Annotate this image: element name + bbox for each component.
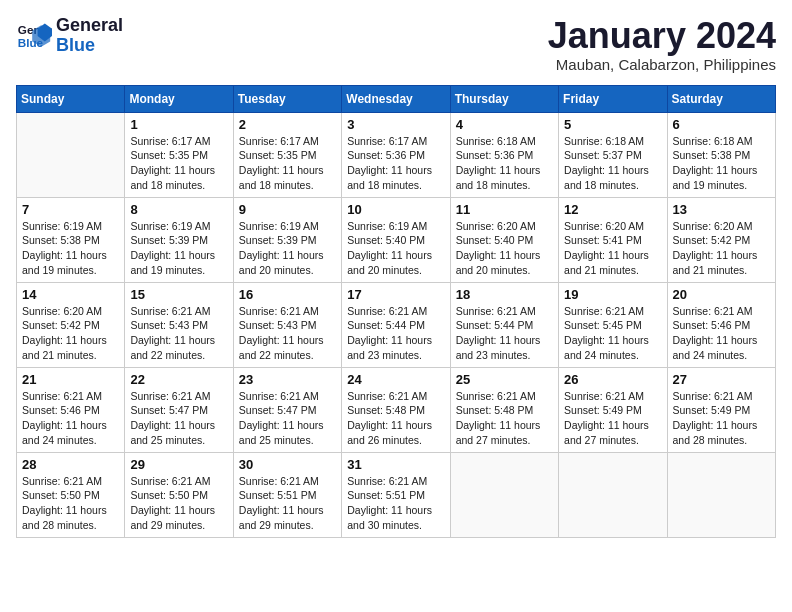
week-row-2: 7Sunrise: 6:19 AMSunset: 5:38 PMDaylight… [17,197,776,282]
day-info: Sunrise: 6:18 AMSunset: 5:37 PMDaylight:… [564,134,661,193]
calendar-cell [450,452,558,537]
calendar-cell: 27Sunrise: 6:21 AMSunset: 5:49 PMDayligh… [667,367,775,452]
day-number: 30 [239,457,336,472]
page-header: General Blue General Blue January 2024 M… [16,16,776,73]
calendar-cell: 3Sunrise: 6:17 AMSunset: 5:36 PMDaylight… [342,112,450,197]
day-info: Sunrise: 6:21 AMSunset: 5:44 PMDaylight:… [456,304,553,363]
week-row-5: 28Sunrise: 6:21 AMSunset: 5:50 PMDayligh… [17,452,776,537]
calendar-cell: 9Sunrise: 6:19 AMSunset: 5:39 PMDaylight… [233,197,341,282]
calendar-cell: 28Sunrise: 6:21 AMSunset: 5:50 PMDayligh… [17,452,125,537]
day-info: Sunrise: 6:21 AMSunset: 5:49 PMDaylight:… [673,389,770,448]
calendar-cell: 14Sunrise: 6:20 AMSunset: 5:42 PMDayligh… [17,282,125,367]
calendar-cell: 1Sunrise: 6:17 AMSunset: 5:35 PMDaylight… [125,112,233,197]
day-info: Sunrise: 6:21 AMSunset: 5:49 PMDaylight:… [564,389,661,448]
day-number: 14 [22,287,119,302]
calendar-cell [667,452,775,537]
calendar-cell: 22Sunrise: 6:21 AMSunset: 5:47 PMDayligh… [125,367,233,452]
calendar-cell: 10Sunrise: 6:19 AMSunset: 5:40 PMDayligh… [342,197,450,282]
title-section: January 2024 Mauban, Calabarzon, Philipp… [548,16,776,73]
day-number: 3 [347,117,444,132]
day-info: Sunrise: 6:21 AMSunset: 5:46 PMDaylight:… [22,389,119,448]
week-row-4: 21Sunrise: 6:21 AMSunset: 5:46 PMDayligh… [17,367,776,452]
day-number: 31 [347,457,444,472]
day-number: 6 [673,117,770,132]
day-number: 1 [130,117,227,132]
day-number: 17 [347,287,444,302]
day-info: Sunrise: 6:18 AMSunset: 5:36 PMDaylight:… [456,134,553,193]
day-info: Sunrise: 6:19 AMSunset: 5:39 PMDaylight:… [130,219,227,278]
calendar-cell: 25Sunrise: 6:21 AMSunset: 5:48 PMDayligh… [450,367,558,452]
day-number: 27 [673,372,770,387]
day-header-tuesday: Tuesday [233,85,341,112]
calendar-cell: 31Sunrise: 6:21 AMSunset: 5:51 PMDayligh… [342,452,450,537]
calendar-table: SundayMondayTuesdayWednesdayThursdayFrid… [16,85,776,538]
logo: General Blue General Blue [16,16,123,56]
day-info: Sunrise: 6:21 AMSunset: 5:45 PMDaylight:… [564,304,661,363]
day-info: Sunrise: 6:20 AMSunset: 5:42 PMDaylight:… [22,304,119,363]
day-info: Sunrise: 6:20 AMSunset: 5:40 PMDaylight:… [456,219,553,278]
day-number: 10 [347,202,444,217]
day-info: Sunrise: 6:21 AMSunset: 5:43 PMDaylight:… [130,304,227,363]
calendar-cell: 4Sunrise: 6:18 AMSunset: 5:36 PMDaylight… [450,112,558,197]
day-info: Sunrise: 6:21 AMSunset: 5:48 PMDaylight:… [456,389,553,448]
day-header-saturday: Saturday [667,85,775,112]
day-number: 21 [22,372,119,387]
logo-text-general: General [56,16,123,36]
day-info: Sunrise: 6:21 AMSunset: 5:46 PMDaylight:… [673,304,770,363]
calendar-cell: 26Sunrise: 6:21 AMSunset: 5:49 PMDayligh… [559,367,667,452]
main-title: January 2024 [548,16,776,56]
day-info: Sunrise: 6:21 AMSunset: 5:44 PMDaylight:… [347,304,444,363]
day-number: 24 [347,372,444,387]
calendar-cell: 18Sunrise: 6:21 AMSunset: 5:44 PMDayligh… [450,282,558,367]
day-header-sunday: Sunday [17,85,125,112]
calendar-cell: 13Sunrise: 6:20 AMSunset: 5:42 PMDayligh… [667,197,775,282]
calendar-cell: 17Sunrise: 6:21 AMSunset: 5:44 PMDayligh… [342,282,450,367]
calendar-cell: 21Sunrise: 6:21 AMSunset: 5:46 PMDayligh… [17,367,125,452]
day-info: Sunrise: 6:20 AMSunset: 5:41 PMDaylight:… [564,219,661,278]
day-info: Sunrise: 6:21 AMSunset: 5:51 PMDaylight:… [239,474,336,533]
day-number: 29 [130,457,227,472]
calendar-cell: 23Sunrise: 6:21 AMSunset: 5:47 PMDayligh… [233,367,341,452]
calendar-cell: 11Sunrise: 6:20 AMSunset: 5:40 PMDayligh… [450,197,558,282]
calendar-header-row: SundayMondayTuesdayWednesdayThursdayFrid… [17,85,776,112]
day-info: Sunrise: 6:21 AMSunset: 5:50 PMDaylight:… [130,474,227,533]
calendar-cell: 7Sunrise: 6:19 AMSunset: 5:38 PMDaylight… [17,197,125,282]
day-number: 5 [564,117,661,132]
logo-icon: General Blue [16,18,52,54]
calendar-cell: 29Sunrise: 6:21 AMSunset: 5:50 PMDayligh… [125,452,233,537]
calendar-cell: 5Sunrise: 6:18 AMSunset: 5:37 PMDaylight… [559,112,667,197]
calendar-cell: 20Sunrise: 6:21 AMSunset: 5:46 PMDayligh… [667,282,775,367]
day-info: Sunrise: 6:21 AMSunset: 5:48 PMDaylight:… [347,389,444,448]
calendar-cell: 24Sunrise: 6:21 AMSunset: 5:48 PMDayligh… [342,367,450,452]
day-info: Sunrise: 6:19 AMSunset: 5:40 PMDaylight:… [347,219,444,278]
day-number: 2 [239,117,336,132]
calendar-cell [559,452,667,537]
day-info: Sunrise: 6:19 AMSunset: 5:38 PMDaylight:… [22,219,119,278]
day-number: 4 [456,117,553,132]
day-number: 11 [456,202,553,217]
day-number: 23 [239,372,336,387]
calendar-cell: 16Sunrise: 6:21 AMSunset: 5:43 PMDayligh… [233,282,341,367]
calendar-cell: 6Sunrise: 6:18 AMSunset: 5:38 PMDaylight… [667,112,775,197]
day-number: 28 [22,457,119,472]
day-info: Sunrise: 6:19 AMSunset: 5:39 PMDaylight:… [239,219,336,278]
day-info: Sunrise: 6:17 AMSunset: 5:35 PMDaylight:… [239,134,336,193]
day-info: Sunrise: 6:20 AMSunset: 5:42 PMDaylight:… [673,219,770,278]
day-info: Sunrise: 6:21 AMSunset: 5:50 PMDaylight:… [22,474,119,533]
calendar-cell: 30Sunrise: 6:21 AMSunset: 5:51 PMDayligh… [233,452,341,537]
day-info: Sunrise: 6:21 AMSunset: 5:47 PMDaylight:… [130,389,227,448]
day-number: 25 [456,372,553,387]
week-row-1: 1Sunrise: 6:17 AMSunset: 5:35 PMDaylight… [17,112,776,197]
day-number: 9 [239,202,336,217]
calendar-cell [17,112,125,197]
calendar-cell: 12Sunrise: 6:20 AMSunset: 5:41 PMDayligh… [559,197,667,282]
subtitle: Mauban, Calabarzon, Philippines [548,56,776,73]
day-number: 22 [130,372,227,387]
day-number: 26 [564,372,661,387]
day-info: Sunrise: 6:18 AMSunset: 5:38 PMDaylight:… [673,134,770,193]
calendar-cell: 19Sunrise: 6:21 AMSunset: 5:45 PMDayligh… [559,282,667,367]
logo-text-blue: Blue [56,36,123,56]
week-row-3: 14Sunrise: 6:20 AMSunset: 5:42 PMDayligh… [17,282,776,367]
day-info: Sunrise: 6:21 AMSunset: 5:47 PMDaylight:… [239,389,336,448]
day-number: 13 [673,202,770,217]
